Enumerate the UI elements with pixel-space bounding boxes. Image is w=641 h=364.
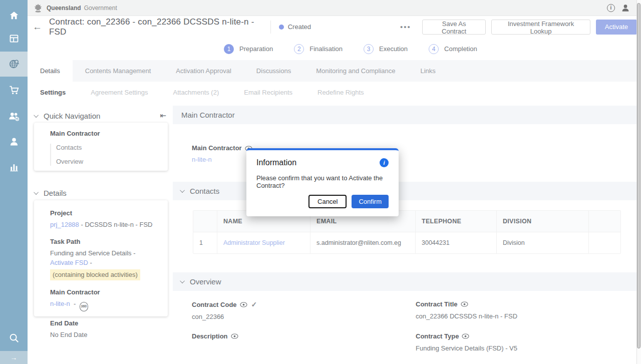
tab-details[interactable]: Details — [28, 60, 73, 82]
subtab-email-recipients[interactable]: Email Recipients — [231, 82, 305, 103]
project-value: prj_12888 - DCSSDS n-lite-n - FSD — [50, 220, 160, 230]
nav-profile[interactable] — [0, 129, 28, 154]
nav-dashboard[interactable] — [0, 26, 28, 51]
globe-search-icon — [9, 59, 20, 70]
step-label: Completion — [444, 45, 477, 53]
eye-icon — [462, 333, 469, 339]
cart-icon — [9, 85, 20, 96]
search-icon — [9, 332, 20, 343]
chevron-down-icon[interactable] — [34, 113, 39, 118]
main-contractor-field-value: n-lite-n — [192, 156, 252, 163]
page-header: ← Contract: con_22366 - con_22366 DCSSDS… — [28, 16, 637, 38]
brand-suffix: Government — [84, 5, 117, 12]
check-icon: ✓ — [251, 300, 257, 308]
description-field: Description — [192, 332, 416, 352]
nav-suppliers[interactable] — [0, 104, 28, 129]
chevron-down-icon[interactable] — [34, 190, 39, 195]
app-screen: → Queensland Government i ← Contract: co… — [0, 0, 641, 364]
nav-procurement[interactable] — [0, 78, 28, 103]
nav-reports[interactable] — [0, 155, 28, 180]
cell-division: Division — [497, 232, 589, 253]
main-contractor-value: n-lite-n - 360 — [50, 299, 160, 311]
description-label: Description — [192, 332, 228, 340]
step-finalisation: 2 Finalisation — [294, 44, 343, 54]
tab-contents-management[interactable]: Contents Management — [73, 60, 164, 82]
status-badge: Created — [279, 23, 311, 31]
subtab-redefine-rights[interactable]: Redefine Rights — [305, 82, 377, 103]
task-path-dash: - — [88, 259, 92, 266]
quick-navigation-header: Quick Navigation ⇤ — [35, 111, 166, 120]
save-as-contract-button[interactable]: Save As Contract — [422, 20, 486, 35]
page-scrollbar-thumb[interactable] — [637, 3, 640, 348]
contract-type-field: Contract Type Funding Service Details (F… — [416, 332, 622, 352]
confirmation-dialog: Information i Please confirm that you wa… — [246, 148, 399, 216]
subtab-attachments[interactable]: Attachments (2) — [160, 82, 231, 103]
step-label: Execution — [379, 45, 408, 53]
step-number: 1 — [224, 44, 234, 54]
collapse-panel-icon[interactable]: ⇤ — [160, 111, 166, 120]
chevron-down-icon[interactable] — [180, 278, 185, 283]
status-dot-icon — [279, 25, 284, 30]
tab-discussions[interactable]: Discussions — [244, 60, 303, 82]
main-contractor-link[interactable]: n-lite-n — [50, 300, 70, 307]
eye-icon — [461, 301, 468, 307]
activate-fsd-link[interactable]: Activate FSD — [50, 259, 88, 266]
project-link[interactable]: prj_12888 — [50, 221, 79, 228]
blocked-activities-note: (containing blocked activities) — [50, 269, 140, 281]
more-menu-icon[interactable]: ••• — [400, 23, 411, 31]
description-value — [192, 344, 416, 352]
field-label-text: Main Contractor — [192, 144, 242, 152]
nav-home[interactable] — [0, 3, 28, 28]
left-sidebar: Quick Navigation ⇤ Main Contractor Conta… — [28, 103, 173, 364]
user-avatar-icon[interactable] — [621, 4, 630, 13]
step-number: 3 — [364, 44, 374, 54]
quick-nav-item-main-contractor[interactable]: Main Contractor — [50, 130, 168, 137]
tab-links[interactable]: Links — [408, 60, 448, 82]
cell-actions — [589, 232, 620, 253]
end-date-label: End Date — [50, 319, 160, 327]
quick-nav-item-overview[interactable]: Overview — [50, 158, 168, 165]
supplier-360-icon[interactable]: 360 — [80, 302, 89, 311]
subtab-settings[interactable]: Settings — [28, 82, 78, 103]
subtab-agreement-settings[interactable]: Agreement Settings — [78, 82, 160, 103]
header-divider — [270, 21, 271, 34]
rail-expand-button[interactable]: → — [0, 351, 28, 364]
section-contacts-title: Contacts — [190, 187, 219, 195]
dashboard-icon — [9, 34, 19, 44]
overview-fields: Contract Code✓ con_22366 Contract Title … — [192, 300, 622, 364]
cell-index: 1 — [193, 232, 217, 253]
arrow-right-icon: → — [11, 353, 18, 361]
eye-icon — [231, 333, 238, 339]
section-contacts-band: Contacts — [173, 182, 637, 200]
investment-framework-lookup-button[interactable]: Investment Framework Lookup — [491, 20, 590, 35]
main-contractor-value-link[interactable]: n-lite-n — [192, 156, 212, 163]
person-icon — [9, 137, 19, 147]
tab-activation-approval[interactable]: Activation Approval — [163, 60, 244, 82]
users-check-icon — [8, 111, 20, 122]
top-bar: Queensland Government i — [28, 0, 637, 16]
nav-rail: → — [0, 0, 28, 364]
quick-nav-item-contacts[interactable]: Contacts — [50, 144, 168, 151]
task-path-value: Funding and Service Details - Activate F… — [50, 249, 160, 281]
chevron-down-icon[interactable] — [180, 188, 185, 193]
bar-chart-icon — [9, 162, 19, 172]
nav-sourcing-active[interactable] — [0, 52, 28, 77]
confirm-button[interactable]: Confirm — [352, 195, 389, 208]
cancel-button[interactable]: Cancel — [308, 195, 347, 208]
contact-name-link[interactable]: Administrator Supplier — [223, 239, 285, 246]
back-arrow-icon[interactable]: ← — [33, 22, 42, 33]
main-tabs: Details Contents Management Activation A… — [28, 60, 637, 82]
dialog-header: Information i — [256, 158, 389, 167]
tab-monitoring-and-compliance[interactable]: Monitoring and Compliance — [303, 60, 408, 82]
page-scrollbar-track[interactable] — [636, 0, 641, 364]
header-actions — [589, 211, 620, 232]
details-panel-header: Details — [35, 189, 67, 197]
contract-title-value: con_22366 DCSSDS n-lite-n - FSD — [416, 312, 622, 320]
info-icon[interactable]: i — [607, 4, 615, 12]
contract-title-label: Contract Title — [416, 300, 458, 308]
header-telephone: TELEPHONE — [416, 211, 497, 232]
step-completion: 4 Completion — [429, 44, 477, 54]
nav-search[interactable] — [0, 325, 28, 350]
quick-navigation-card: Main Contractor Contacts Overview — [34, 123, 168, 171]
activate-button[interactable]: Activate — [596, 20, 637, 35]
